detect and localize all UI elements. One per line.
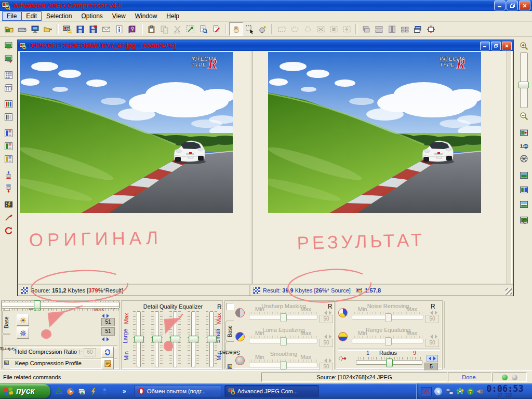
enhance-tab-selected[interactable]: Selected xyxy=(225,341,234,369)
row-spinner[interactable] xyxy=(324,335,331,339)
cascade-color-button[interactable] xyxy=(411,23,424,35)
result-image[interactable] xyxy=(268,52,481,213)
paste-into-selection-button[interactable] xyxy=(340,23,353,35)
quicklaunch-messenger-icon[interactable] xyxy=(100,387,109,396)
equalizer-band-4[interactable] xyxy=(188,311,199,367)
crop-selection-button[interactable] xyxy=(327,23,340,35)
compress-button[interactable] xyxy=(61,23,74,35)
radius-spinner[interactable] xyxy=(427,355,438,362)
quicklaunch-overflow-chevron[interactable]: » xyxy=(123,388,126,395)
thumbnail-grid-button[interactable] xyxy=(2,69,15,81)
open-recent-button[interactable] xyxy=(42,23,55,35)
main-titlebar[interactable]: Advanced JPEG Compressor v4.5 xyxy=(0,0,532,11)
radius-thumb[interactable] xyxy=(386,358,393,367)
pane-splitter[interactable] xyxy=(250,51,253,285)
tile-vertical-button[interactable] xyxy=(385,23,398,35)
menu-options[interactable]: Options xyxy=(76,11,107,21)
acquire-button[interactable] xyxy=(29,23,42,35)
palette-table-2-button[interactable] xyxy=(2,140,15,152)
row-spinner[interactable] xyxy=(324,311,331,315)
resize-grip[interactable] xyxy=(506,288,512,295)
enhance-checkbox[interactable] xyxy=(227,303,234,310)
band-thumb[interactable] xyxy=(134,336,144,342)
fit-image-button[interactable] xyxy=(517,126,530,139)
tray-clock[interactable]: 0:06:53 07 SEP xyxy=(480,384,530,398)
menu-help[interactable]: Help xyxy=(162,11,184,21)
child-minimize-button[interactable] xyxy=(480,42,490,50)
scan-button[interactable] xyxy=(16,23,29,35)
row-spinner[interactable] xyxy=(430,311,437,315)
rotate-up-button[interactable] xyxy=(2,169,15,181)
cascade-windows-button[interactable] xyxy=(360,23,373,35)
batch-grid-button[interactable] xyxy=(2,82,15,94)
slider-thumb[interactable] xyxy=(385,337,392,346)
tray-phone-icon[interactable] xyxy=(467,388,474,395)
menu-file[interactable]: File xyxy=(2,11,21,21)
level2-spinner[interactable] xyxy=(102,337,109,341)
fit-window-button[interactable] xyxy=(424,23,437,35)
rotate-down-button[interactable] xyxy=(2,182,15,194)
minimize-button[interactable] xyxy=(494,1,506,10)
paste-button[interactable] xyxy=(145,23,158,35)
row-spinner[interactable] xyxy=(430,335,437,339)
help-button[interactable] xyxy=(126,23,139,35)
hand-tool-button[interactable] xyxy=(229,22,243,36)
slider-thumb[interactable] xyxy=(280,361,287,370)
palette-table-1-button[interactable] xyxy=(2,127,15,139)
zoom-slider-thumb[interactable] xyxy=(518,82,529,88)
band-thumb[interactable] xyxy=(207,336,217,342)
restore-button[interactable] xyxy=(507,1,518,10)
level2-icon-button[interactable] xyxy=(17,327,29,339)
view-original-button[interactable] xyxy=(2,39,15,52)
slider-thumb[interactable] xyxy=(280,313,287,322)
level1-spinner[interactable] xyxy=(102,314,109,318)
view-result-button[interactable] xyxy=(2,52,15,65)
select-ellipse-button[interactable] xyxy=(288,23,301,35)
actual-size-button[interactable]: 1:1 xyxy=(517,139,530,152)
email-button[interactable] xyxy=(100,23,113,35)
select-move-tool-button[interactable] xyxy=(243,23,256,35)
tile-horizontal-button[interactable] xyxy=(373,23,385,35)
quicklaunch-winamp-icon[interactable] xyxy=(88,387,98,396)
cut-button[interactable] xyxy=(171,23,184,35)
zoom-slider[interactable] xyxy=(520,52,528,108)
gray-channel-button[interactable] xyxy=(2,111,15,123)
child-close-button[interactable] xyxy=(502,42,512,50)
slider-thumb[interactable] xyxy=(385,313,392,322)
slider-thumb[interactable] xyxy=(34,300,41,309)
equalizer-band-5[interactable] xyxy=(206,311,217,367)
tab-base[interactable]: Base xyxy=(2,310,10,334)
info-button[interactable] xyxy=(113,23,126,35)
quicklaunch-mediaplayer-icon[interactable] xyxy=(65,387,75,396)
cut-selection-button[interactable] xyxy=(314,23,327,35)
source-image[interactable] xyxy=(20,52,233,213)
zoom-in-button[interactable] xyxy=(517,39,530,52)
zoom-out-button[interactable] xyxy=(517,110,530,122)
select-polygon-button[interactable] xyxy=(301,23,314,35)
tab-selected[interactable]: Selected xyxy=(2,334,10,369)
equalizer-band-2[interactable] xyxy=(151,311,163,367)
level1-icon-button[interactable] xyxy=(17,314,29,326)
layout-split-vertical-button[interactable] xyxy=(517,183,530,196)
menu-window[interactable]: Window xyxy=(130,11,162,21)
save-button[interactable] xyxy=(74,23,87,35)
color-channels-button[interactable] xyxy=(2,98,15,110)
tray-collapse-button[interactable] xyxy=(434,388,442,395)
band-thumb[interactable] xyxy=(152,336,162,342)
taskbar-task-jpeg-compressor[interactable]: Advanced JPEG Com... xyxy=(224,385,319,397)
taskbar-task-opera[interactable]: Обмен опытом (подг... xyxy=(134,385,221,397)
image-window-titlebar[interactable]: D:\PIKCHERS\ОБОИ\AUTO\7_48.jpg [zoom:40%… xyxy=(18,41,513,51)
compression-slider-2[interactable] xyxy=(2,312,71,324)
enhance-tab-base[interactable]: Base xyxy=(225,321,234,341)
copy-button[interactable] xyxy=(158,23,171,35)
select-rectangle-button[interactable] xyxy=(275,23,288,35)
hold-ratio-button[interactable] xyxy=(101,347,114,358)
menu-view[interactable]: View xyxy=(108,11,130,21)
resize-button[interactable] xyxy=(184,23,197,35)
edit-source-button[interactable] xyxy=(210,23,223,35)
start-button[interactable]: пуск xyxy=(0,384,50,398)
equalizer-band-1[interactable] xyxy=(133,311,144,367)
layout-single-button[interactable] xyxy=(517,169,530,181)
keep-profile-button[interactable] xyxy=(101,358,114,369)
menu-selection[interactable]: Selection xyxy=(42,11,76,21)
